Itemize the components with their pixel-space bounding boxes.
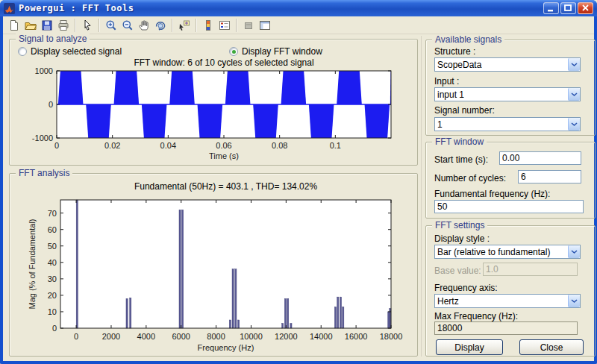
svg-text:14000: 14000	[310, 332, 333, 341]
svg-text:40: 40	[48, 258, 57, 267]
panel-divider	[421, 36, 422, 357]
fundamental-frequency-field[interactable]	[434, 200, 584, 213]
close-icon	[581, 4, 590, 12]
input-value: input 1	[437, 90, 464, 100]
brush-button[interactable]	[240, 17, 257, 33]
print-button[interactable]	[55, 17, 72, 33]
group-title: Signal to analyze	[16, 34, 90, 44]
colorbar-icon	[202, 19, 214, 31]
base-value-field	[483, 263, 578, 276]
print-icon	[57, 19, 69, 31]
structure-dropdown[interactable]: ScopeData	[434, 57, 581, 72]
svg-text:20: 20	[48, 291, 57, 300]
svg-text:0.1: 0.1	[330, 141, 341, 150]
maximize-button[interactable]	[560, 2, 576, 14]
save-icon	[41, 19, 53, 31]
number-of-cycles-field[interactable]	[518, 170, 581, 183]
toolbar-separator	[196, 19, 197, 32]
pan-button[interactable]	[136, 17, 152, 33]
legend-button[interactable]	[216, 17, 233, 33]
minimize-icon	[547, 4, 555, 12]
brush-icon	[243, 19, 254, 31]
input-dropdown[interactable]: input 1	[434, 87, 581, 101]
toolbar-separator	[75, 19, 76, 32]
chevron-down-icon	[571, 122, 578, 127]
plot-tools-button[interactable]	[257, 17, 273, 33]
toolbar-separator	[99, 19, 100, 32]
save-button[interactable]	[39, 17, 55, 33]
dropdown-arrow-button[interactable]	[568, 245, 580, 258]
zoom-out-icon	[122, 19, 134, 31]
toolbar-separator	[236, 19, 237, 32]
display-style-dropdown[interactable]: Bar (relative to fundamental)	[434, 245, 581, 259]
legend-icon	[219, 19, 231, 31]
new-document-button[interactable]	[6, 17, 22, 33]
radio-label: Display FFT window	[242, 46, 322, 57]
open-file-button[interactable]	[22, 17, 39, 33]
rotate-3d-icon	[154, 19, 166, 31]
toolbar-separator	[172, 19, 173, 32]
svg-text:2000: 2000	[102, 332, 120, 341]
frequency-axis-dropdown[interactable]: Hertz	[434, 294, 581, 308]
group-title: Available signals	[432, 34, 504, 45]
svg-text:0.08: 0.08	[272, 141, 287, 150]
zoom-out-button[interactable]	[119, 17, 136, 33]
signal-number-dropdown[interactable]: 1	[434, 117, 581, 131]
minimize-button[interactable]	[543, 2, 559, 14]
fft-spectrum-plot: 0200040006000800010000120001400016000180…	[25, 194, 416, 355]
toolbar	[3, 16, 594, 34]
svg-text:18000: 18000	[380, 332, 403, 341]
data-cursor-icon	[178, 19, 190, 31]
start-time-field[interactable]	[499, 151, 581, 165]
display-button[interactable]: Display	[436, 339, 503, 355]
dropdown-arrow-button[interactable]	[568, 118, 580, 131]
frequency-axis-value: Hertz	[437, 296, 459, 307]
maximize-icon	[564, 4, 572, 12]
rotate-3d-button[interactable]	[152, 17, 169, 33]
frequency-axis-label: Frequency axis:	[434, 283, 498, 293]
radio-label: Display selected signal	[31, 46, 122, 57]
svg-text:0.04: 0.04	[160, 141, 176, 150]
svg-text:Time (s): Time (s)	[209, 151, 239, 160]
svg-text:60: 60	[48, 225, 57, 234]
open-folder-icon	[25, 19, 37, 31]
matlab-icon	[4, 3, 15, 14]
input-label: Input :	[434, 76, 459, 87]
radio-display-selected-signal[interactable]: Display selected signal	[18, 46, 122, 57]
title-bar[interactable]: Powergui : FFT Tools	[0, 0, 597, 16]
svg-text:16000: 16000	[345, 332, 368, 341]
svg-text:70: 70	[48, 209, 57, 218]
pan-hand-icon	[138, 19, 150, 31]
chevron-down-icon	[571, 63, 578, 67]
new-document-icon	[8, 19, 20, 31]
pointer-tool-button[interactable]	[79, 17, 96, 33]
close-button[interactable]	[578, 2, 593, 14]
close-dialog-button[interactable]: Close	[519, 339, 584, 355]
svg-text:Mag (% of Fundamental): Mag (% of Fundamental)	[28, 219, 37, 309]
display-style-label: Display style :	[434, 233, 490, 244]
max-frequency-field[interactable]	[434, 321, 578, 335]
svg-text:0: 0	[74, 332, 78, 341]
fundamental-frequency-label: Fundamental frequency (Hz):	[434, 189, 550, 199]
fft-plot-title: Fundamental (50Hz) = 403.1 , THD= 134.02…	[60, 181, 391, 192]
pointer-icon	[81, 19, 93, 31]
svg-text:-1000: -1000	[32, 134, 53, 142]
group-title: FFT window	[432, 136, 487, 147]
colorbar-button[interactable]	[200, 17, 216, 33]
radio-display-fft-window[interactable]: Display FFT window	[229, 46, 322, 57]
svg-text:0: 0	[52, 324, 57, 333]
svg-text:6000: 6000	[172, 332, 190, 341]
svg-text:12000: 12000	[275, 332, 298, 341]
dropdown-arrow-button[interactable]	[568, 58, 580, 71]
structure-value: ScopeData	[437, 60, 481, 70]
dropdown-arrow-button[interactable]	[568, 88, 580, 101]
zoom-in-button[interactable]	[103, 17, 119, 33]
plot-tools-icon	[259, 19, 271, 31]
svg-text:0: 0	[49, 100, 53, 109]
dropdown-arrow-button[interactable]	[568, 295, 580, 307]
svg-text:8000: 8000	[207, 332, 225, 341]
radio-circle-icon	[18, 47, 27, 56]
chevron-down-icon	[571, 299, 578, 304]
radio-circle-selected-icon	[229, 47, 238, 56]
data-cursor-button[interactable]	[176, 17, 193, 33]
